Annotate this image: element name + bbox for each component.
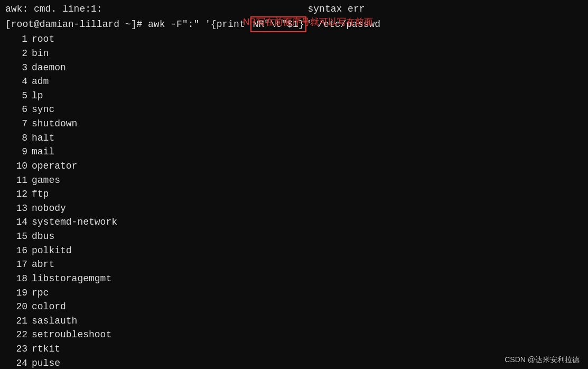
table-row: 13nobody [5, 201, 583, 216]
row-content: abrt [32, 257, 54, 272]
table-row: 6sync [5, 103, 583, 117]
row-content: ftp [32, 187, 49, 201]
output-rows: 1root2bin3daemon4adm5lp6sync7shutdown8ha… [5, 32, 583, 369]
row-number: 11 [5, 173, 32, 188]
table-row: 21saslauth [5, 314, 583, 328]
row-number: 6 [5, 103, 32, 117]
row-content: systemd-network [32, 215, 117, 229]
row-content: daemon [32, 61, 66, 75]
row-content: polkitd [32, 244, 72, 258]
row-number: 20 [5, 300, 32, 314]
row-content: nobody [32, 201, 66, 216]
row-number: 10 [5, 159, 32, 173]
table-row: 19rpc [5, 286, 583, 300]
row-content: lp [32, 89, 43, 103]
row-content: mail [32, 145, 54, 159]
table-row: 12ftp [5, 187, 583, 201]
table-row: 5lp [5, 89, 583, 103]
row-content: halt [32, 131, 54, 145]
row-number: 8 [5, 131, 32, 145]
table-row: 2bin [5, 47, 583, 61]
table-row: 14systemd-network [5, 215, 583, 229]
table-row: 1root [5, 32, 583, 47]
table-row: 10operator [5, 159, 583, 173]
row-number: 7 [5, 117, 32, 131]
table-row: 22setroubleshoot [5, 328, 583, 342]
row-number: 18 [5, 272, 32, 286]
row-content: adm [32, 75, 49, 89]
row-content: root [32, 32, 54, 47]
row-number: 19 [5, 286, 32, 300]
row-number: 14 [5, 215, 32, 229]
row-content: saslauth [32, 314, 77, 328]
prompt: [root@damian-lillard ~]# [5, 17, 148, 32]
row-number: 5 [5, 89, 32, 103]
row-content: dbus [32, 229, 54, 244]
row-content: rtkit [32, 342, 60, 356]
row-content: operator [32, 159, 77, 173]
row-content: bin [32, 47, 49, 61]
annotation: NR写在前面序号就可以写在前面 [243, 16, 373, 28]
row-number: 12 [5, 187, 32, 201]
row-content: sync [32, 103, 54, 117]
row-number: 9 [5, 145, 32, 159]
row-number: 4 [5, 75, 32, 89]
table-row: 7shutdown [5, 117, 583, 131]
table-row: 15dbus [5, 229, 583, 244]
row-number: 23 [5, 342, 32, 356]
row-content: rpc [32, 286, 49, 300]
table-row: 23rtkit [5, 342, 583, 356]
row-number: 16 [5, 244, 32, 258]
row-content: colord [32, 300, 66, 314]
table-row: 11games [5, 173, 583, 188]
row-number: 17 [5, 257, 32, 272]
top-line: awk: cmd. line:1: syntax err [5, 2, 583, 16]
table-row: 17abrt [5, 257, 583, 272]
row-number: 21 [5, 314, 32, 328]
table-row: 18libstoragemgmt [5, 272, 583, 286]
table-row: 3daemon [5, 61, 583, 75]
row-number: 24 [5, 356, 32, 369]
table-row: 4adm [5, 75, 583, 89]
row-number: 13 [5, 201, 32, 216]
table-row: 9mail [5, 145, 583, 159]
row-content: pulse [32, 356, 60, 369]
row-content: libstoragemgmt [32, 272, 111, 286]
row-content: games [32, 173, 60, 188]
row-number: 15 [5, 229, 32, 244]
row-content: shutdown [32, 117, 77, 131]
row-content: setroubleshoot [32, 328, 111, 342]
table-row: 24pulse [5, 356, 583, 369]
table-row: 8halt [5, 131, 583, 145]
row-number: 22 [5, 328, 32, 342]
table-row: 20colord [5, 300, 583, 314]
row-number: 1 [5, 32, 32, 47]
row-number: 3 [5, 61, 32, 75]
row-number: 2 [5, 47, 32, 61]
cmd-before: awk -F":" '{print [148, 17, 250, 32]
table-row: 16polkitd [5, 244, 583, 258]
terminal: awk: cmd. line:1: syntax err [root@damia… [0, 0, 588, 369]
watermark: CSDN @达米安利拉德 [505, 355, 580, 365]
